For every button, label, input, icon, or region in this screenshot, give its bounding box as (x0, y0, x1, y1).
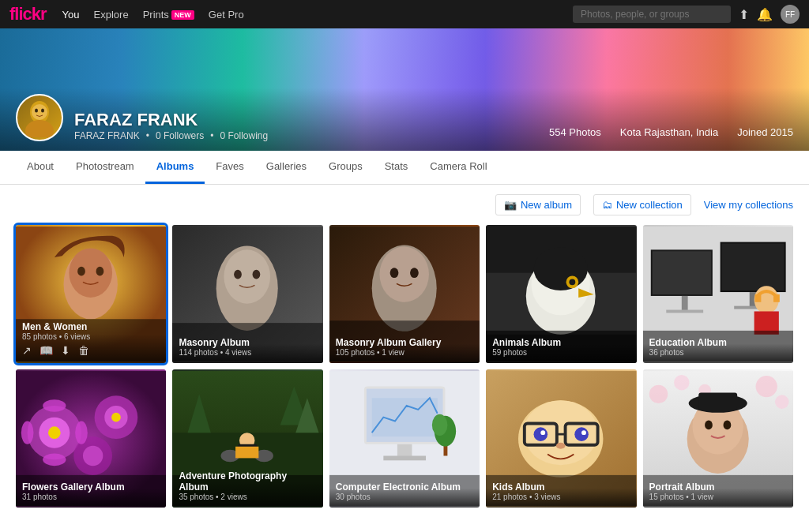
profile-avatar[interactable] (16, 94, 63, 141)
delete-icon[interactable]: 🗑 (78, 344, 89, 357)
nav-links: You Explore PrintsNEW Get Pro (62, 9, 244, 21)
separator2: • (210, 130, 213, 141)
svg-point-54 (83, 446, 103, 466)
svg-point-89 (541, 430, 546, 435)
album-masonry[interactable]: Masonry Album 114 photos • 4 views (172, 225, 322, 363)
svg-point-19 (379, 246, 428, 302)
svg-point-13 (224, 249, 271, 303)
svg-point-9 (96, 267, 104, 276)
svg-rect-36 (666, 310, 703, 313)
svg-point-98 (775, 395, 789, 409)
svg-point-95 (674, 375, 690, 391)
svg-rect-102 (698, 392, 737, 409)
album-title: Portrait Album (649, 481, 787, 493)
upload-icon[interactable]: ⬆ (739, 7, 749, 22)
svg-point-49 (48, 426, 61, 439)
content-toolbar: 📷 New album 🗂 New collection View my col… (0, 185, 809, 225)
svg-point-91 (556, 443, 566, 449)
album-computer[interactable]: Computer Electronic Album 30 photos (329, 369, 480, 508)
new-collection-button[interactable]: 🗂 New collection (593, 194, 691, 215)
album-meta: 59 photos (492, 348, 630, 357)
album-flowers[interactable]: Flowers Gallery Album 31 photos (16, 369, 166, 508)
separator1: • (146, 130, 149, 141)
profile-info: FARAZ FRANK FARAZ FRANK • 0 Followers • … (74, 110, 268, 141)
hero-profile-info: FARAZ FRANK FARAZ FRANK • 0 Followers • … (16, 94, 268, 141)
svg-point-3 (35, 109, 38, 113)
album-gradient: Education Album 36 photos (643, 331, 793, 363)
svg-rect-38 (721, 244, 784, 291)
book-icon[interactable]: 📖 (40, 344, 53, 357)
nav-explore[interactable]: Explore (94, 9, 129, 21)
svg-point-97 (755, 376, 777, 397)
hero-banner: FARAZ FRANK FARAZ FRANK • 0 Followers • … (0, 28, 809, 151)
album-gradient: Masonry Album Gallery 105 photos • 1 vie… (329, 331, 480, 363)
svg-point-4 (41, 109, 44, 113)
album-meta: 114 photos • 4 views (179, 348, 316, 357)
album-kids[interactable]: Kids Album 21 photos • 3 views (486, 369, 636, 508)
album-title: Animals Album (492, 337, 630, 348)
svg-point-57 (43, 399, 66, 412)
search-input[interactable] (573, 6, 731, 23)
tab-groups[interactable]: Groups (318, 151, 374, 184)
album-gradient: Flowers Gallery Album 31 photos (16, 475, 166, 508)
profile-name: FARAZ FRANK (74, 110, 268, 130)
svg-point-21 (410, 268, 419, 278)
camera-icon: 📷 (504, 199, 517, 211)
album-meta: 85 photos • 6 views (22, 332, 160, 341)
album-title: Computer Electronic Album (336, 481, 473, 493)
photos-count: 554 Photos (549, 126, 601, 138)
album-gradient: Men & Women 85 photos • 6 views ↗ 📖 ⬇ 🗑 (16, 315, 166, 363)
svg-point-8 (77, 267, 85, 276)
tab-about[interactable]: About (16, 151, 65, 184)
bell-icon[interactable]: 🔔 (757, 7, 773, 22)
svg-point-87 (534, 427, 548, 441)
svg-rect-35 (681, 296, 687, 312)
albums-grid-row1: Men & Women 85 photos • 6 views ↗ 📖 ⬇ 🗑 (16, 225, 793, 363)
album-title: Kids Album (492, 481, 630, 493)
album-gradient: Masonry Album 114 photos • 4 views (172, 331, 322, 363)
svg-point-90 (581, 430, 586, 435)
user-avatar[interactable]: FF (781, 5, 800, 24)
tab-photostream[interactable]: Photostream (65, 151, 145, 184)
album-meta: 36 photos (649, 348, 787, 357)
tab-albums[interactable]: Albums (145, 151, 205, 184)
album-title: Masonry Album (179, 337, 316, 348)
album-education[interactable]: Education Album 36 photos (643, 225, 793, 363)
profile-joined: Joined 2015 (737, 126, 793, 138)
tab-camera-roll[interactable]: Camera Roll (419, 151, 498, 184)
svg-rect-76 (383, 455, 426, 460)
svg-point-14 (235, 270, 243, 279)
download-icon[interactable]: ⬇ (61, 344, 70, 357)
collection-icon: 🗂 (602, 199, 612, 211)
album-men-women[interactable]: Men & Women 85 photos • 6 views ↗ 📖 ⬇ 🗑 (16, 225, 166, 363)
svg-point-58 (43, 454, 66, 466)
nav-prints[interactable]: PrintsNEW (143, 9, 194, 21)
tab-stats[interactable]: Stats (374, 151, 420, 184)
album-adventure[interactable]: Adventure Photography Album 35 photos • … (172, 369, 322, 508)
tab-galleries[interactable]: Galleries (255, 151, 318, 184)
svg-point-103 (705, 421, 713, 430)
svg-point-55 (21, 421, 34, 444)
album-animals[interactable]: Animals Album 59 photos (486, 225, 636, 363)
album-portrait[interactable]: Portrait Album 15 photos • 1 view (643, 369, 793, 508)
album-gradient: Portrait Album 15 photos • 1 view (643, 475, 793, 508)
svg-rect-74 (371, 398, 437, 436)
album-meta: 35 photos • 2 views (179, 493, 316, 501)
profile-following: 0 Following (220, 130, 268, 141)
view-collections-link[interactable]: View my collections (704, 199, 793, 211)
share-icon[interactable]: ↗ (22, 344, 32, 357)
album-title: Education Album (649, 337, 787, 348)
nav-you[interactable]: You (62, 9, 80, 21)
album-masonry-gallery[interactable]: Masonry Album Gallery 105 photos • 1 vie… (329, 225, 480, 363)
album-gradient: Computer Electronic Album 30 photos (329, 475, 480, 508)
album-meta: 30 photos (336, 493, 473, 501)
svg-point-88 (574, 427, 589, 441)
tab-faves[interactable]: Faves (205, 151, 254, 184)
nav-getpro[interactable]: Get Pro (209, 9, 244, 21)
svg-point-52 (111, 413, 121, 422)
flickr-logo[interactable]: flickr (9, 4, 47, 24)
album-gradient: Animals Album 59 photos (486, 331, 636, 363)
svg-point-56 (75, 421, 88, 444)
tabs-bar: About Photostream Albums Faves Galleries… (0, 151, 809, 185)
new-album-button[interactable]: 📷 New album (495, 194, 581, 215)
